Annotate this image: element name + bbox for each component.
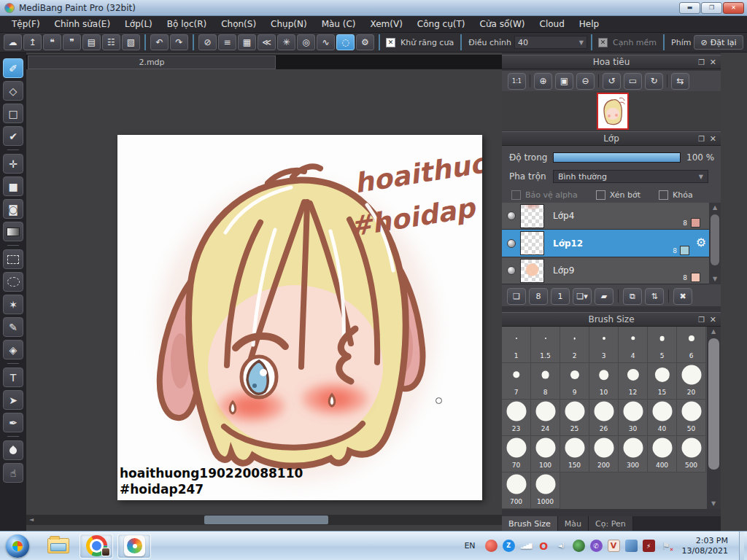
layer-visibility-toggle[interactable] xyxy=(507,266,516,275)
brush-size-15[interactable]: 15 xyxy=(648,363,677,400)
add-layer-menu-button[interactable]: ❏▾ xyxy=(573,288,592,305)
delete-layer-button[interactable]: ✖ xyxy=(673,288,692,305)
language-indicator[interactable]: EN xyxy=(464,541,475,551)
brush-size-20[interactable]: 20 xyxy=(677,363,706,400)
layer-list-scrollbar[interactable]: ▲ ▼ xyxy=(709,203,721,284)
snap-curve-button[interactable]: ∿ xyxy=(317,34,335,50)
eyedropper-tool[interactable] xyxy=(3,440,23,460)
brush-size-50[interactable]: 50 xyxy=(677,400,706,436)
brush-size-200[interactable]: 200 xyxy=(589,436,619,472)
correction-select[interactable]: 40 ▼ xyxy=(514,36,587,49)
hand-tool[interactable]: ☝ xyxy=(3,463,23,483)
brush-size-30[interactable]: 30 xyxy=(619,400,648,436)
redo-button[interactable]: ↷ xyxy=(170,34,188,50)
brush-panel-scrollbar[interactable]: ▲ ▼ xyxy=(707,327,721,509)
move-tool[interactable]: ✛ xyxy=(3,154,23,174)
select-pen-tool[interactable]: ✎ xyxy=(3,317,23,337)
menu-item-m-u[interactable]: Màu (C) xyxy=(314,16,363,33)
divide-tool[interactable]: ✒ xyxy=(3,413,23,432)
layer-scroll-thumb[interactable] xyxy=(711,214,719,265)
new-layer-button[interactable]: ❏ xyxy=(507,288,526,305)
select-eraser-tool[interactable]: ◈ xyxy=(3,340,23,359)
layer-visibility-toggle[interactable] xyxy=(507,239,516,248)
snap-parallel-button[interactable]: ≡ xyxy=(218,34,236,50)
flip-view-button[interactable]: ⇆ xyxy=(671,73,689,90)
brush-size-500[interactable]: 500 xyxy=(677,436,706,472)
lock-checkbox-box[interactable] xyxy=(659,190,668,200)
opera-tray-icon[interactable]: O xyxy=(538,540,550,552)
menu-item-b-l-c[interactable]: Bộ lọc(R) xyxy=(160,16,214,33)
menu-item-ch-n[interactable]: Chọn(S) xyxy=(214,16,263,33)
menu-item-cloud[interactable]: Cloud xyxy=(533,16,572,33)
brush-size-12[interactable]: 12 xyxy=(619,363,648,400)
opacity-slider[interactable] xyxy=(553,152,681,163)
menu-item-c-ng-c[interactable]: Công cụ(T) xyxy=(410,16,473,33)
snap-concentric-button[interactable]: ◎ xyxy=(297,34,315,50)
magic-wand-tool[interactable]: ✶ xyxy=(3,295,23,314)
zoom-out-button[interactable]: ⊖ xyxy=(576,73,595,90)
layer-row-l-p4[interactable]: Lớp48 xyxy=(502,203,709,230)
tab-brush-type[interactable]: Cọ: Pen xyxy=(589,516,633,531)
eraser-tool[interactable]: ◇ xyxy=(3,81,23,101)
lasso-tool[interactable] xyxy=(3,272,23,292)
brush-size-2[interactable]: 2 xyxy=(560,327,589,363)
scroll-up-icon[interactable]: ▲ xyxy=(708,327,719,337)
rotate-cw-button[interactable]: ↻ xyxy=(645,73,663,90)
fit-window-button[interactable]: ▣ xyxy=(555,73,573,90)
scroll-down-icon[interactable]: ▼ xyxy=(710,274,720,284)
brush-size-9[interactable]: 9 xyxy=(560,363,589,400)
scroll-left-icon[interactable]: ◄ xyxy=(26,515,36,525)
document-tab[interactable]: 2.mdp xyxy=(28,55,276,69)
canvas[interactable]: hoaithuo #hoidap hoaithuong190220088110 … xyxy=(117,135,482,500)
close-button[interactable]: ✕ xyxy=(723,2,744,14)
medibang-taskbar-button[interactable] xyxy=(117,534,151,559)
fill-shape-tool[interactable]: ■ xyxy=(3,176,23,196)
clipping-checkbox[interactable]: Xén bớt xyxy=(594,190,640,200)
clock[interactable]: 2:03 PM 13/08/2021 xyxy=(682,536,728,556)
brush-size-5[interactable]: 5 xyxy=(648,327,677,363)
reset-button[interactable]: ⊘ Đặt lại xyxy=(694,35,743,50)
document-button[interactable]: ▤ xyxy=(82,34,101,50)
brush-size-3[interactable]: 3 xyxy=(589,327,619,363)
new-1bit-layer-button[interactable]: 1 xyxy=(551,288,570,305)
brush-size-6[interactable]: 6 xyxy=(677,327,706,363)
snap-grid-button[interactable]: ▦ xyxy=(238,34,256,50)
zoom-in-button[interactable]: ⊕ xyxy=(534,73,552,90)
brush-size-8[interactable]: 8 xyxy=(531,363,560,400)
layer-visibility-toggle[interactable] xyxy=(507,211,516,220)
text-tool[interactable]: T xyxy=(3,368,23,387)
canvas-horizontal-scrollbar[interactable]: ◄ ► xyxy=(26,515,524,525)
zoom-actual-button[interactable]: 1:1 xyxy=(508,73,526,90)
brush-size-24[interactable]: 24 xyxy=(531,400,560,436)
rotate-reset-button[interactable]: ▭ xyxy=(624,73,642,90)
menu-item-t-p[interactable]: Tệp(F) xyxy=(4,16,47,33)
select-rect-tool[interactable] xyxy=(3,249,23,269)
start-button[interactable] xyxy=(6,534,29,558)
scroll-down-icon[interactable]: ▼ xyxy=(708,499,719,509)
new-8bit-layer-button[interactable]: 8 xyxy=(529,288,548,305)
explorer-taskbar-button[interactable] xyxy=(42,534,75,559)
chat-button[interactable]: ❞ xyxy=(63,34,81,50)
menu-item-c-a-s[interactable]: Cửa sổ(W) xyxy=(473,16,533,33)
shape-brush-tool[interactable]: □ xyxy=(3,104,23,123)
snap-off-button[interactable]: ⊘ xyxy=(198,34,217,50)
clipping-checkbox-box[interactable] xyxy=(596,190,605,200)
blend-mode-select[interactable]: Bình thường ▼ xyxy=(553,170,708,183)
brush-size-100[interactable]: 100 xyxy=(531,436,560,472)
flag-tray-icon[interactable]: ⚑ xyxy=(660,540,673,552)
brush-size-1-5[interactable]: 1.5 xyxy=(531,327,560,363)
duplicate-layer-button[interactable]: ⧉ xyxy=(623,288,642,305)
close-icon[interactable]: ✕ xyxy=(710,58,716,67)
folder-button[interactable]: ▰ xyxy=(595,288,614,305)
antivirus-tray-icon[interactable]: V xyxy=(608,540,620,552)
brush-size-400[interactable]: 400 xyxy=(648,436,677,472)
operation-tool[interactable]: ➤ xyxy=(3,390,23,410)
chrome-taskbar-button[interactable] xyxy=(80,534,113,559)
popout-icon[interactable]: ❐ xyxy=(698,58,705,66)
scroll-up-icon[interactable]: ▲ xyxy=(710,203,720,213)
antialias-checkbox[interactable]: ✕ xyxy=(386,38,395,47)
menu-item-ch-nh-s-a[interactable]: Chỉnh sửa(E) xyxy=(47,16,118,33)
brush-size-23[interactable]: 23 xyxy=(502,400,531,436)
brush-size-25[interactable]: 25 xyxy=(560,400,589,436)
cloud-button[interactable]: ☁ xyxy=(4,34,22,50)
